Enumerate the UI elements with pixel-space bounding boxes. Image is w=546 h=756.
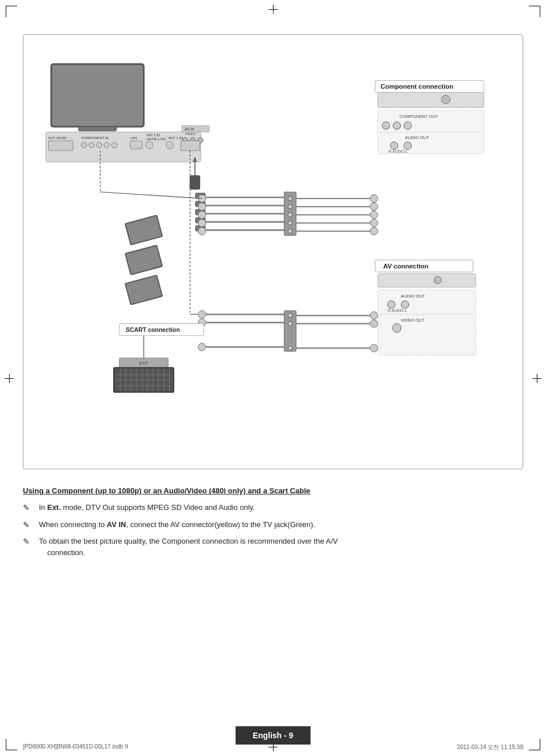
svg-point-40 (404, 142, 412, 149)
svg-point-69 (198, 203, 205, 210)
svg-text:VIDEO: VIDEO (185, 132, 195, 136)
svg-text:VIDEO OUT: VIDEO OUT (401, 318, 425, 323)
corner-mark-tl (6, 6, 17, 17)
svg-rect-1 (78, 126, 117, 131)
note-icon-1: ✎ (23, 502, 35, 512)
svg-rect-101 (125, 215, 163, 245)
corner-mark-br (529, 739, 540, 750)
svg-text:AUDIO OUT: AUDIO OUT (401, 294, 425, 299)
svg-text:AUDIO OUT: AUDIO OUT (405, 135, 430, 140)
notes-title: Using a Component (up to 1080p) or an Au… (23, 486, 523, 495)
main-content: AV IN VIDEO EXT (RGB) COMPONENT IN LAN A… (23, 34, 523, 710)
svg-text:AV connection: AV connection (383, 263, 429, 270)
svg-text:ANT 1 IN: ANT 1 IN (168, 136, 183, 140)
svg-point-65 (370, 211, 378, 219)
svg-text:COMPONENT OUT: COMPONENT OUT (399, 114, 438, 119)
diagram-svg: AV IN VIDEO EXT (RGB) COMPONENT IN LAN A… (35, 46, 511, 457)
svg-text:EXT (RGB): EXT (RGB) (49, 136, 66, 140)
svg-point-84 (393, 324, 401, 333)
notes-section: Using a Component (up to 1080p) or an Au… (23, 481, 523, 569)
svg-text:R-AUDIO-L: R-AUDIO-L (389, 149, 408, 153)
svg-point-99 (370, 320, 378, 327)
svg-point-85 (198, 311, 205, 318)
svg-point-66 (370, 219, 378, 227)
crosshair-top (268, 5, 278, 14)
svg-point-94 (288, 346, 292, 350)
svg-point-93 (288, 322, 292, 326)
svg-point-34 (382, 122, 390, 129)
page-number-bar: English - 9 (236, 726, 311, 745)
svg-point-53 (288, 196, 292, 201)
note-icon-3: ✎ (23, 536, 35, 546)
svg-point-67 (370, 227, 378, 235)
svg-point-71 (198, 219, 205, 227)
footer-info: [PD8000-XH]BN68-03451D-00L17.indb 9 2011… (23, 743, 523, 751)
crosshair-right (532, 374, 541, 383)
footer-right: 2011-03-14 오전 11:15:39 (457, 743, 523, 751)
svg-point-57 (288, 229, 292, 233)
svg-point-79 (387, 301, 395, 308)
svg-point-87 (198, 343, 205, 351)
note-text-1: In Ext. mode, DTV Out supports MPEG SD V… (39, 502, 255, 513)
svg-point-80 (401, 301, 409, 308)
svg-point-18 (96, 143, 102, 148)
corner-mark-tr (529, 6, 540, 17)
svg-point-64 (370, 203, 378, 210)
svg-text:R-AUDIO-L: R-AUDIO-L (387, 308, 407, 312)
svg-point-20 (112, 143, 117, 148)
note-item-2: ✎ When connecting to AV IN, connect the … (23, 519, 523, 531)
note-text-2: When connecting to AV IN, connect the AV… (39, 519, 315, 531)
note-icon-2: ✎ (23, 519, 35, 529)
svg-rect-25 (190, 176, 200, 189)
svg-rect-103 (125, 275, 163, 305)
svg-point-92 (288, 313, 292, 318)
note-item-1: ✎ In Ext. mode, DTV Out supports MPEG SD… (23, 502, 523, 513)
svg-point-98 (370, 312, 378, 319)
svg-rect-102 (125, 246, 163, 275)
svg-point-16 (81, 143, 87, 148)
svg-rect-21 (130, 141, 142, 149)
svg-point-17 (89, 143, 94, 148)
corner-mark-bl (6, 739, 17, 750)
svg-point-56 (288, 221, 292, 225)
note-item-3: ✎ To obtain the best picture quality, th… (23, 536, 523, 558)
svg-point-22 (145, 141, 153, 149)
svg-text:Component connection: Component connection (381, 83, 453, 90)
crosshair-left (5, 374, 14, 383)
svg-text:AV IN: AV IN (184, 127, 194, 131)
footer-left: [PD8000-XH]BN68-03451D-00L17.indb 9 (23, 743, 128, 751)
svg-text:SCART connection: SCART connection (126, 327, 180, 333)
svg-point-36 (404, 122, 412, 129)
svg-text:EXT: EXT (140, 361, 148, 366)
svg-rect-28 (378, 91, 484, 108)
svg-text:COMPONENT IN: COMPONENT IN (81, 136, 109, 140)
svg-point-39 (390, 142, 398, 149)
svg-line-124 (100, 192, 202, 198)
svg-rect-77 (378, 290, 476, 355)
svg-point-35 (393, 122, 401, 129)
svg-point-63 (370, 195, 378, 202)
svg-text:LAN: LAN (130, 136, 137, 140)
svg-point-100 (370, 345, 378, 352)
page-number-text: English - 9 (253, 731, 294, 740)
svg-rect-24 (181, 141, 200, 151)
svg-point-76 (434, 276, 441, 284)
svg-rect-75 (378, 274, 476, 287)
svg-point-23 (166, 141, 173, 149)
svg-text:ANT 2 IN: ANT 2 IN (147, 133, 160, 137)
svg-point-70 (198, 211, 205, 219)
svg-point-55 (288, 213, 292, 217)
svg-point-29 (441, 95, 450, 104)
note-text-3: To obtain the best picture quality, the … (39, 536, 338, 558)
svg-point-54 (288, 204, 292, 209)
diagram-box: AV IN VIDEO EXT (RGB) COMPONENT IN LAN A… (23, 34, 523, 469)
svg-text:(SATELLITE): (SATELLITE) (147, 137, 165, 141)
svg-rect-15 (49, 141, 73, 151)
svg-point-19 (104, 143, 110, 148)
svg-point-72 (198, 227, 205, 235)
svg-rect-0 (52, 64, 144, 126)
